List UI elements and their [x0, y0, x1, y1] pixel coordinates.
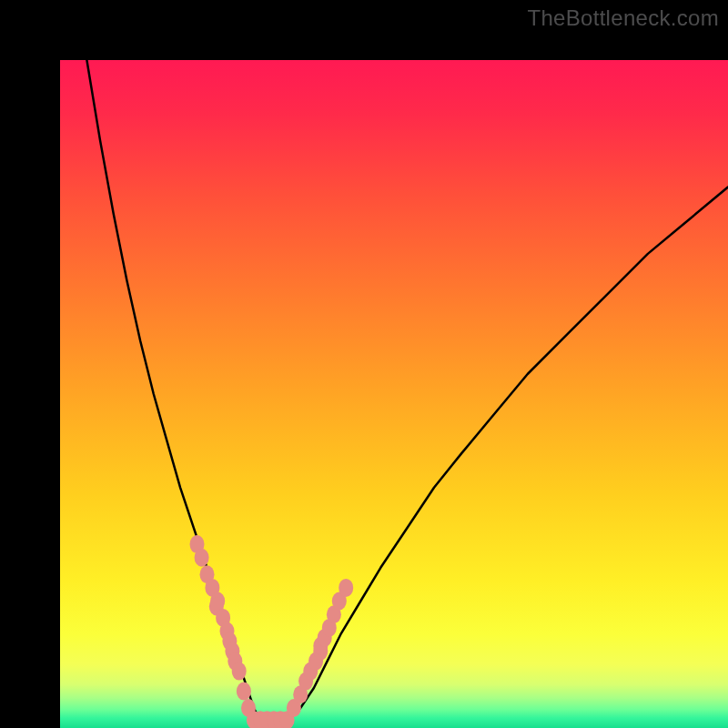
marker-dot — [195, 549, 209, 567]
marker-dot — [232, 662, 247, 681]
chart-plot-area — [60, 60, 728, 728]
watermark-text: TheBottleneck.com — [527, 5, 719, 31]
marker-dot — [339, 579, 353, 597]
marker-dot — [237, 682, 251, 701]
gradient-background — [60, 60, 728, 728]
chart-svg — [60, 60, 728, 728]
chart-frame — [0, 0, 728, 728]
